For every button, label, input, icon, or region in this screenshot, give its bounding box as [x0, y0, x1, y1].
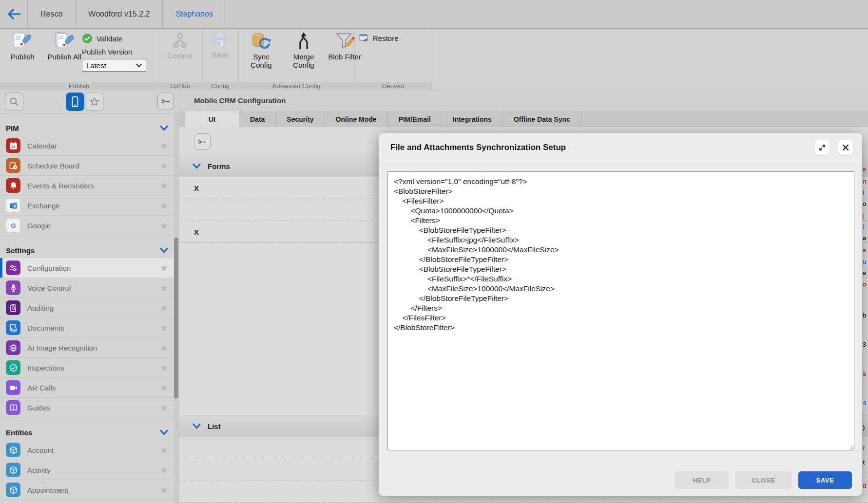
cube-icon: [9, 466, 18, 475]
clipped-text-fragment: n: [863, 178, 867, 185]
tab-ui[interactable]: UI: [185, 111, 239, 127]
sidebar-item-documents[interactable]: DOCDocuments★: [0, 318, 179, 338]
merge-config-icon: [294, 31, 313, 51]
sidebar-item-configuration[interactable]: Configuration★: [0, 258, 179, 278]
search-button[interactable]: [5, 93, 23, 111]
back-button[interactable]: [0, 0, 28, 28]
sidebar-item-events-reminders[interactable]: Events & Reminders★: [0, 176, 179, 196]
favorite-star-icon[interactable]: ★: [160, 141, 168, 150]
tab-integrations[interactable]: Integrations: [442, 111, 503, 127]
clipped-text-fragment: 3: [863, 341, 866, 348]
favorite-star-icon[interactable]: ★: [160, 363, 168, 373]
clipped-text-fragment: s: [863, 246, 866, 254]
favorite-star-icon[interactable]: ★: [160, 383, 168, 392]
clipped-text-fragment: 4: [863, 399, 866, 407]
publish-button[interactable]: Publish: [4, 31, 41, 61]
chevron-down-icon: [160, 247, 168, 254]
tab-security[interactable]: Security: [276, 111, 325, 127]
favorite-star-icon[interactable]: ★: [160, 466, 168, 475]
expand-dialog-button[interactable]: [815, 140, 829, 155]
favorite-star-icon[interactable]: ★: [160, 446, 168, 455]
sidebar-item-guides[interactable]: Guides★: [0, 398, 179, 418]
restore-icon: [359, 34, 369, 42]
merge-config-button[interactable]: Merge Config: [283, 31, 325, 69]
close-button[interactable]: CLOSE: [735, 471, 792, 489]
book-icon-tile: [6, 400, 20, 415]
close-dialog-button[interactable]: [838, 140, 853, 155]
favorite-star-icon[interactable]: ★: [160, 221, 168, 230]
sidebar-item-google[interactable]: GGoogle★: [0, 216, 179, 236]
sidebar-item-account[interactable]: Account★: [0, 440, 179, 460]
blob-filter-xml-editor[interactable]: [387, 171, 854, 450]
sidebar-section-pim[interactable]: PIM: [0, 120, 179, 136]
console-prompt-icon: >–: [161, 97, 170, 105]
favorite-star-icon[interactable]: ★: [160, 343, 168, 353]
sidebar-item-voice-control[interactable]: Voice Control★: [0, 278, 179, 298]
topbar-tab-resco[interactable]: Resco: [28, 0, 76, 28]
favorite-star-icon[interactable]: ★: [160, 323, 168, 333]
calendar-icon: 25: [9, 141, 18, 150]
clipped-text-fragment: |: [863, 212, 865, 220]
favorites-filter-button[interactable]: [85, 93, 104, 111]
sidebar-item-schedule-board[interactable]: Schedule Board★: [0, 156, 179, 176]
ribbon-group-advanced-config: Advanced Config: [238, 82, 354, 90]
tab-pim-email[interactable]: PIM/Email: [388, 111, 442, 127]
sidebar-item-activity[interactable]: Activity★: [0, 460, 179, 480]
svg-text:X: X: [13, 204, 16, 208]
sidebar-item-ar-calls[interactable]: AR Calls★: [0, 378, 179, 398]
clipped-text-fragment: s: [863, 370, 866, 377]
sidebar-console-button[interactable]: >–: [157, 93, 174, 110]
chevron-down-icon: [136, 63, 142, 68]
check-circle-icon-tile: [6, 360, 20, 375]
page-title: Mobile CRM Configuration: [194, 90, 286, 111]
publish-version-select[interactable]: Latest: [82, 59, 146, 72]
favorite-star-icon[interactable]: ★: [160, 303, 168, 313]
tab-data[interactable]: Data: [239, 111, 276, 127]
sidebar-item-inspections[interactable]: Inspections★: [0, 358, 179, 378]
topbar-tab-woodford-v15-2-2[interactable]: Woodford v15.2.2: [76, 0, 163, 28]
clipped-text-fragment: i: [863, 223, 865, 230]
content-console-button[interactable]: >–: [194, 133, 211, 150]
publish-all-icon: [54, 31, 75, 51]
sidebar-item-auditing[interactable]: Auditing★: [0, 298, 179, 318]
favorite-star-icon[interactable]: ★: [160, 263, 168, 273]
topbar-tab-stephanos[interactable]: Stephanos: [163, 0, 226, 28]
favorite-star-icon[interactable]: ★: [160, 161, 168, 170]
clipped-text-fragment: d: [863, 482, 867, 489]
favorite-star-icon[interactable]: ★: [160, 181, 168, 190]
validate-button[interactable]: Validate: [82, 33, 122, 44]
sidebar-section-entities[interactable]: Entities: [0, 425, 179, 440]
documents-icon: DOC: [9, 323, 18, 333]
sidebar-item-calendar[interactable]: 25Calendar★: [0, 136, 179, 156]
restore-button[interactable]: Restore: [359, 34, 399, 42]
svg-text:AI: AI: [12, 346, 15, 350]
audit-icon-tile: [6, 300, 20, 315]
tab-offline-data-sync[interactable]: Offline Data Sync: [503, 111, 581, 127]
save-button[interactable]: Save: [205, 31, 235, 59]
sidebar-item-appointment[interactable]: Appointment★: [0, 480, 179, 500]
sidebar-section-settings[interactable]: Settings: [0, 242, 179, 258]
tab-online-mode[interactable]: Online Mode: [325, 111, 388, 127]
favorite-star-icon[interactable]: ★: [160, 201, 168, 210]
cube-icon-tile: [6, 443, 20, 457]
help-button[interactable]: HELP: [675, 471, 729, 489]
video-camera-icon: [9, 383, 18, 392]
commit-button[interactable]: Commit: [161, 31, 199, 60]
sidebar-item-ai-image-recognition[interactable]: AIAI Image Recognition★: [0, 338, 179, 358]
favorite-star-icon[interactable]: ★: [160, 403, 168, 412]
clipped-text-fragment: b: [863, 312, 867, 319]
clipped-text-fragment: a: [863, 234, 866, 242]
ribbon-group-derived: Derived: [354, 82, 432, 90]
save-dialog-button[interactable]: SAVE: [798, 471, 852, 489]
mobile-phone-icon: [70, 96, 80, 108]
publish-all-button[interactable]: Publish All: [42, 31, 87, 61]
favorite-star-icon[interactable]: ★: [160, 485, 168, 495]
sidebar-scrollbar-thumb[interactable]: [174, 238, 178, 398]
favorite-star-icon[interactable]: ★: [160, 283, 168, 293]
sliders-icon-tile: [6, 261, 20, 275]
sidebar-item-exchange[interactable]: XExchange★: [0, 196, 179, 216]
file-attachments-sync-dialog: File and Attachments Synchronization Set…: [379, 133, 862, 496]
search-icon: [9, 96, 19, 107]
mobile-view-button[interactable]: [66, 93, 84, 111]
sync-config-button[interactable]: Sync Config: [242, 31, 281, 69]
